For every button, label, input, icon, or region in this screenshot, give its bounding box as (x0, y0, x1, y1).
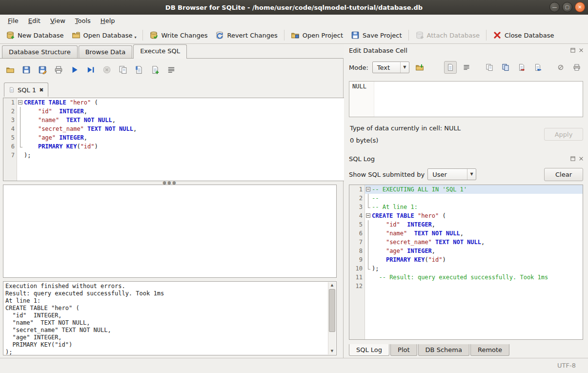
stop-button[interactable] (101, 63, 113, 76)
log-line: "secret_name" TEXT NOT NULL, (5, 327, 327, 334)
code-line[interactable]: 6 PRIMARY KEY("id") (3, 142, 345, 151)
code-line[interactable]: 10); (349, 264, 583, 273)
mode-select[interactable]: Text▼ (372, 62, 409, 73)
new-database-button[interactable]: New Database (2, 29, 68, 41)
word-wrap-button[interactable] (165, 63, 178, 76)
fold-marker-icon (365, 220, 372, 229)
import-text-button[interactable] (413, 61, 426, 74)
revert-changes-button[interactable]: Revert Changes (211, 29, 281, 41)
dropdown-arrow-icon[interactable]: ▾ (134, 35, 136, 40)
open-project-button[interactable]: Open Project (287, 29, 347, 41)
code-line[interactable]: 12 (349, 282, 583, 290)
tab-browse-data[interactable]: Browse Data (79, 45, 133, 58)
menu-view[interactable]: View (45, 16, 70, 26)
open-file-button[interactable] (483, 61, 496, 74)
fold-marker-icon[interactable] (365, 211, 372, 220)
splitter-editor-results[interactable]: ●●● (3, 181, 337, 185)
fold-marker-icon (365, 247, 372, 255)
sql-tab-close-icon[interactable]: ✖ (39, 87, 43, 93)
code-line[interactable]: 8 "age" INTEGER, (349, 247, 583, 255)
open-in-new-tab-button[interactable] (117, 63, 129, 76)
clear-log-button[interactable]: Clear (544, 168, 583, 181)
import-button[interactable] (531, 61, 544, 74)
save-sql-file-as-button[interactable] (36, 63, 49, 76)
code-line[interactable]: 4CREATE TABLE "hero" ( (349, 211, 583, 220)
apply-button[interactable]: Apply (544, 128, 583, 141)
menu-tools[interactable]: Tools (70, 16, 96, 26)
code-line[interactable]: 5 "age" INTEGER, (3, 133, 345, 142)
cell-editor-area[interactable]: NULL (349, 81, 583, 117)
code-line[interactable]: 9 PRIMARY KEY("id") (349, 255, 583, 264)
close-panel-icon[interactable] (578, 156, 584, 162)
tab-database-structure[interactable]: Database Structure (2, 45, 78, 58)
fold-marker-icon[interactable] (17, 98, 24, 107)
code-line[interactable]: 7); (3, 151, 345, 160)
minimize-button[interactable]: — (549, 2, 560, 12)
export-button[interactable] (515, 61, 528, 74)
code-line[interactable]: 5 "id" INTEGER, (349, 220, 583, 229)
open-database-button[interactable]: Open Database▾ (68, 29, 141, 41)
copy-button[interactable] (499, 61, 512, 74)
code-line[interactable]: 1-- EXECUTING ALL IN 'SQL 1' (349, 185, 583, 194)
open-sql-file-button[interactable] (4, 63, 17, 76)
find-button[interactable] (133, 63, 145, 76)
text-view-button[interactable] (444, 61, 457, 74)
code-line[interactable]: 6 "name" TEXT NOT NULL, (349, 229, 583, 238)
scroll-down-icon[interactable]: ▼ (328, 348, 336, 354)
close-database-button[interactable]: Close Database (489, 29, 558, 41)
dock-tabs: SQL LogPlotDB SchemaRemote (349, 344, 510, 357)
execution-log-panel[interactable]: Execution finished without errors.Result… (3, 281, 337, 355)
scroll-thumb[interactable] (329, 289, 335, 332)
code-line[interactable]: 11 -- Result: query executed successfull… (349, 273, 583, 282)
statusbar: UTF-8 (0, 358, 588, 373)
line-number: 12 (349, 282, 365, 290)
float-panel-icon[interactable] (570, 47, 576, 53)
code-line[interactable]: 1CREATE TABLE "hero" ( (3, 98, 345, 107)
find-replace-button[interactable] (149, 63, 162, 76)
dock-tab-sql-log[interactable]: SQL Log (349, 344, 389, 356)
encoding-indicator[interactable]: UTF-8 (557, 362, 576, 369)
sql-log-view[interactable]: 1-- EXECUTING ALL IN 'SQL 1'2--3-- At li… (349, 185, 583, 340)
sql-tab[interactable]: SQL 1 ✖ (4, 83, 48, 97)
code-line[interactable]: 2-- (349, 194, 583, 203)
dock-tab-plot[interactable]: Plot (390, 344, 417, 356)
sql-log-filter-select[interactable]: User▼ (427, 168, 476, 180)
revert-changes-icon (215, 31, 224, 40)
word-wrap-icon (463, 63, 470, 71)
titlebar[interactable]: DB Browser for SQLite - /home/user/code/… (0, 0, 588, 15)
save-project-button[interactable]: Save Project (347, 29, 406, 41)
save-sql-file-button[interactable] (20, 63, 33, 76)
code-line[interactable]: 3-- At line 1: (349, 203, 583, 211)
write-changes-button[interactable]: Write Changes (145, 29, 211, 41)
float-panel-icon[interactable] (570, 156, 576, 162)
sql-log-title: SQL Log (349, 155, 375, 163)
code-line[interactable]: 7 "secret_name" TEXT NOT NULL, (349, 238, 583, 247)
code-line[interactable]: 2 "id" INTEGER, (3, 107, 345, 116)
print-button[interactable] (52, 63, 65, 76)
fold-marker-icon[interactable] (365, 185, 372, 194)
menu-help[interactable]: Help (96, 16, 120, 26)
menu-edit[interactable]: Edit (23, 16, 45, 26)
execute-all-button[interactable] (68, 63, 81, 76)
code-line[interactable]: 3 "name" TEXT NOT NULL, (3, 116, 345, 124)
sql-editor[interactable]: 1CREATE TABLE "hero" (2 "id" INTEGER,3 "… (3, 98, 346, 181)
set-null-button[interactable] (554, 61, 567, 74)
execution-log-scrollbar[interactable]: ▲ ▼ (328, 282, 336, 354)
execute-current-line-button[interactable] (84, 63, 97, 76)
word-wrap-button[interactable] (460, 61, 473, 74)
scroll-up-icon[interactable]: ▲ (328, 282, 336, 289)
tab-execute-sql[interactable]: Execute SQL (133, 44, 187, 59)
results-panel[interactable] (3, 185, 337, 278)
close-panel-icon[interactable] (578, 47, 584, 53)
close-button[interactable]: ✕ (575, 2, 585, 12)
menu-file[interactable]: File (3, 16, 23, 26)
line-number: 1 (3, 98, 17, 107)
dock-tab-db-schema[interactable]: DB Schema (418, 344, 469, 356)
splitter-results-log[interactable] (3, 278, 337, 281)
print-button[interactable] (570, 61, 583, 74)
attach-database-button[interactable]: Attach Database (411, 29, 484, 41)
dock-tab-remote[interactable]: Remote (470, 344, 509, 356)
button-label: Revert Changes (227, 32, 277, 39)
code-line[interactable]: 4 "secret_name" TEXT NOT NULL, (3, 124, 345, 133)
maximize-button[interactable]: ▢ (562, 2, 572, 12)
